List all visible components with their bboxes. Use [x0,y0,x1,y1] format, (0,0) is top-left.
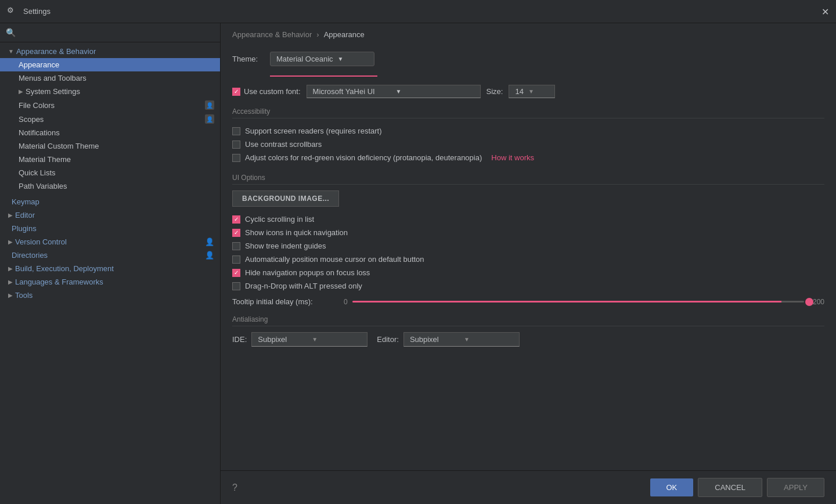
ui-options-label: UI Options [232,174,265,182]
sidebar-item-menus-toolbars[interactable]: Menus and Toolbars [0,71,220,85]
editor-aa-select[interactable]: Subpixel ▼ [403,332,520,347]
ide-aa-label: IDE: [232,335,247,344]
chevron-right-icon: ▶ [19,88,23,95]
hide-navigation-checkbox[interactable] [232,269,240,277]
theme-value: Material Oceanic [276,55,333,63]
sidebar-item-appearance[interactable]: Appearance [0,58,220,71]
sidebar-item-system-settings[interactable]: ▶ System Settings [0,85,220,98]
drag-drop-label: Drag-n-Drop with ALT pressed only [245,282,362,290]
cancel-button[interactable]: CANCEL [698,478,762,497]
breadcrumb-parent: Appearance & Behavior [232,30,312,39]
sidebar-item-label: Appearance [19,60,59,69]
ok-button[interactable]: OK [650,478,694,496]
custom-font-checkbox[interactable] [232,88,240,96]
apply-button[interactable]: APPLY [767,478,824,497]
sidebar-item-material-custom-theme[interactable]: Material Custom Theme [0,139,220,153]
chevron-down-icon: ▼ [312,336,361,343]
tree-indent-checkbox[interactable] [232,242,240,250]
sidebar-item-path-variables[interactable]: Path Variables [0,179,220,193]
sidebar-item-label: Menus and Toolbars [19,74,87,82]
sidebar-item-quick-lists[interactable]: Quick Lists [0,166,220,179]
close-button[interactable]: ✕ [821,6,829,17]
breadcrumb-separator: › [316,30,319,39]
editor-aa-value: Subpixel [410,335,459,344]
font-row: Use custom font: Microsoft YaHei UI ▼ Si… [232,85,824,98]
sidebar-item-label: Notifications [19,128,60,137]
sidebar-item-notifications[interactable]: Notifications [0,126,220,139]
chevron-down-icon: ▼ [396,88,474,95]
option-screen-readers: Support screen readers (requires restart… [232,124,824,138]
cyclic-scrolling-label: Cyclic scrolling in list [245,215,314,224]
chevron-right-icon: ▶ [8,292,13,298]
title-bar: ⚙ Settings ✕ [0,0,836,23]
slider-min: 0 [344,298,348,306]
theme-label: Theme: [232,55,264,63]
tooltip-slider[interactable] [352,301,805,303]
contrast-scrollbars-checkbox[interactable] [232,141,240,149]
color-deficiency-checkbox[interactable] [232,154,240,162]
cyclic-scrolling-checkbox[interactable] [232,215,240,224]
version-control-badge: 👤 [205,237,214,246]
mouse-cursor-checkbox[interactable] [232,255,240,264]
ui-options-header: UI Options [232,174,824,185]
breadcrumb-current: Appearance [324,30,365,39]
size-select[interactable]: 14 ▼ [509,85,555,98]
sidebar-group-header-appearance-behavior[interactable]: ▼ Appearance & Behavior [0,45,220,58]
antialiasing-row: IDE: Subpixel ▼ Editor: Subpixel ▼ [232,332,824,347]
background-image-button[interactable]: BACKGROUND IMAGE... [232,190,339,207]
show-icons-label: Show icons in quick navigation [245,228,348,237]
sidebar-item-label: System Settings [26,87,80,96]
chevron-down-icon: ▼ [464,336,513,343]
sidebar-item-languages-frameworks[interactable]: ▶ Languages & Frameworks [0,275,220,289]
hide-navigation-label: Hide navigation popups on focus loss [245,268,370,277]
screen-readers-checkbox[interactable] [232,127,240,135]
directories-badge: 👤 [205,251,214,260]
sidebar-item-label: Keymap [12,197,39,206]
sidebar-item-version-control[interactable]: ▶ Version Control 👤 [0,235,220,249]
sidebar-item-file-colors[interactable]: File Colors 👤 [0,98,220,112]
sidebar-item-label: Version Control [15,237,67,246]
sidebar-item-label: File Colors [19,101,55,110]
option-mouse-cursor: Automatically position mouse cursor on d… [232,253,824,266]
dialog-container: 🔍 ▼ Appearance & Behavior Appearance Men… [0,23,836,504]
sidebar-item-scopes[interactable]: Scopes 👤 [0,112,220,126]
ide-aa-select[interactable]: Subpixel ▼ [251,332,367,347]
dialog-title: Settings [23,7,51,16]
font-value: Microsoft YaHei UI [313,87,391,96]
option-show-icons: Show icons in quick navigation [232,226,824,239]
sidebar-item-plugins[interactable]: Plugins [0,222,220,235]
chevron-down-icon: ▼ [338,56,344,62]
antialiasing-label: Antialiasing [232,315,268,323]
sidebar-item-label: Editor [15,211,35,219]
slider-thumb[interactable] [805,298,813,306]
custom-font-label: Use custom font: [244,87,301,96]
sidebar-item-editor[interactable]: ▶ Editor [0,208,220,222]
dialog-footer: ? OK CANCEL APPLY [221,470,836,504]
search-input[interactable] [16,28,214,37]
sidebar-item-build-execution[interactable]: ▶ Build, Execution, Deployment [0,262,220,275]
sidebar: 🔍 ▼ Appearance & Behavior Appearance Men… [0,23,221,504]
sidebar-item-material-theme[interactable]: Material Theme [0,153,220,166]
editor-aa-item: Editor: Subpixel ▼ [377,332,520,347]
main-content: Appearance & Behavior › Appearance Theme… [221,23,836,504]
custom-font-checkbox-label[interactable]: Use custom font: [232,87,301,96]
sidebar-item-label: Material Theme [19,155,71,164]
theme-dropdown[interactable]: Material Oceanic ▼ [270,52,374,66]
theme-underline [270,75,377,77]
option-hide-navigation: Hide navigation popups on focus loss [232,266,824,279]
ide-aa-item: IDE: Subpixel ▼ [232,332,367,347]
sidebar-item-label: Languages & Frameworks [15,278,103,286]
help-icon[interactable]: ? [232,483,237,493]
chevron-right-icon: ▶ [8,239,13,245]
sidebar-item-tools[interactable]: ▶ Tools [0,289,220,302]
chevron-down-icon: ▼ [528,88,534,95]
contrast-scrollbars-label: Use contrast scrollbars [245,140,322,149]
tooltip-slider-container: 0 1200 [344,298,824,306]
sidebar-item-directories[interactable]: Directories 👤 [0,249,220,262]
sidebar-search-bar[interactable]: 🔍 [0,23,220,42]
drag-drop-checkbox[interactable] [232,282,240,290]
sidebar-item-keymap[interactable]: Keymap [0,195,220,208]
how-it-works-link[interactable]: How it works [491,153,534,162]
show-icons-checkbox[interactable] [232,229,240,237]
font-select[interactable]: Microsoft YaHei UI ▼ [307,85,481,98]
